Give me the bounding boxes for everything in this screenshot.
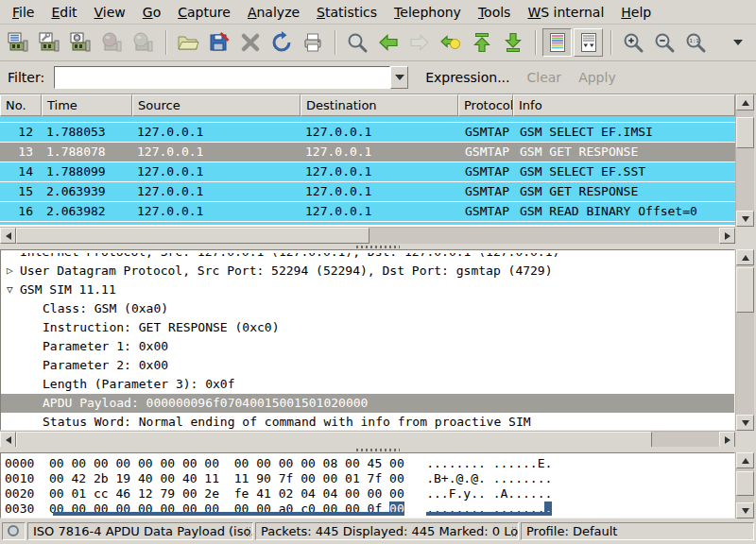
filter-input[interactable]	[54, 66, 390, 89]
reload-button[interactable]	[266, 28, 296, 57]
packet-row-11[interactable]: 111.788051127.0.0.1127.0.0.1GSMTAPGSM GE…	[0, 116, 735, 122]
go-back-button[interactable]	[373, 28, 403, 57]
scroll-thumb[interactable]	[736, 267, 754, 313]
ascii-char: .	[523, 486, 530, 501]
clear-button[interactable]: Clear	[527, 70, 562, 85]
expander-open-icon[interactable]: ▽	[5, 280, 20, 299]
scroll-down-button[interactable]	[736, 211, 754, 227]
packet-row-15[interactable]: 152.063939127.0.0.1127.0.0.1GSMTAPGSM GE…	[0, 182, 735, 201]
zoom-100-button[interactable]: 1:1	[680, 28, 710, 57]
scroll-track[interactable]	[16, 432, 719, 448]
column-header-time[interactable]: Time	[42, 94, 132, 116]
column-header-source[interactable]: Source	[132, 94, 301, 116]
detail-line[interactable]: Instruction: GET RESPONSE (0xc0)	[1, 318, 734, 337]
menu-edit[interactable]: Edit	[43, 2, 85, 23]
packet-row-12[interactable]: 121.788053127.0.0.1127.0.0.1GSMTAPGSM SE…	[0, 123, 735, 142]
zoom-out-button[interactable]	[649, 28, 679, 57]
profile-box[interactable]: Profile: Default	[521, 522, 754, 540]
menu-tools[interactable]: Tools	[470, 2, 520, 23]
hex-byte: 00	[323, 471, 338, 485]
find-packet-button[interactable]	[342, 28, 371, 57]
expander-closed-icon[interactable]: ▷	[5, 262, 20, 280]
close-file-button[interactable]	[235, 28, 265, 57]
apply-button[interactable]: Apply	[578, 70, 616, 85]
scroll-thumb[interactable]	[16, 228, 369, 244]
resize-grip[interactable]	[246, 526, 251, 538]
go-bottom-button[interactable]	[498, 28, 527, 57]
capture-start-button[interactable]	[66, 28, 95, 57]
cell-source: 127.0.0.1	[132, 202, 301, 221]
capture-stop-button[interactable]	[97, 28, 127, 57]
scroll-left-button[interactable]	[0, 432, 16, 448]
packet-row-16[interactable]: 162.063982127.0.0.1127.0.0.1GSMTAPGSM RE…	[0, 202, 735, 221]
autoscroll-button[interactable]	[574, 28, 603, 57]
scroll-up-button[interactable]	[736, 249, 754, 265]
menu-capture[interactable]: Capture	[169, 2, 239, 23]
detail-line[interactable]: Internet Protocol, Src: 127.0.0.1 (127.0…	[1, 253, 734, 262]
menu-telephony[interactable]: Telephony	[386, 2, 470, 23]
packet-row-14[interactable]: 141.788099127.0.0.1127.0.0.1GSMTAPGSM SE…	[0, 162, 735, 181]
expert-info-button[interactable]	[2, 522, 26, 540]
column-header-destination[interactable]: Destination	[301, 94, 458, 116]
go-forward-button[interactable]	[404, 28, 434, 57]
open-file-button[interactable]	[173, 28, 202, 57]
cell-info: GSM GET RESPONSE	[513, 143, 735, 162]
hex-byte: 00	[234, 456, 249, 470]
menu-view[interactable]: View	[86, 2, 134, 23]
detail-line[interactable]: ▷User Datagram Protocol, Src Port: 52294…	[1, 262, 734, 280]
wireshark-window: FileEditViewGoCaptureAnalyzeStatisticsTe…	[0, 0, 756, 544]
resize-grip[interactable]	[511, 526, 517, 538]
print-button[interactable]	[298, 28, 327, 57]
menu-file[interactable]: File	[4, 2, 43, 23]
zoom-in-button[interactable]	[618, 28, 647, 57]
scroll-track[interactable]	[736, 265, 754, 415]
scroll-up-button[interactable]	[736, 94, 754, 110]
hex-byte: 00	[345, 486, 360, 501]
hex-line-0010[interactable]: 0010 00 42 2b 19 40 00 40 11 11 90 7f 00…	[5, 471, 734, 486]
menu-statistics[interactable]: Statistics	[308, 2, 386, 23]
detail-line[interactable]: Class: GSM (0xa0)	[1, 299, 734, 318]
scroll-thumb[interactable]	[736, 117, 754, 148]
list-interfaces-button[interactable]	[4, 28, 33, 57]
hex-line-0000[interactable]: 0000 00 00 00 00 00 00 00 00 00 00 00 00…	[5, 456, 734, 471]
detail-line[interactable]: Parameter 1: 0x00	[1, 337, 734, 356]
menu-help[interactable]: Help	[612, 2, 660, 23]
go-forward-icon	[408, 31, 431, 54]
column-header-no[interactable]: No.	[0, 94, 42, 116]
column-header-protocol[interactable]: Protocol	[458, 94, 513, 116]
detail-line[interactable]: APDU Payload: 000000096f0704001500150102…	[1, 394, 734, 413]
scroll-up-button[interactable]	[736, 452, 754, 468]
hex-line-0020[interactable]: 0020 00 01 cc 46 12 79 00 2e fe 41 02 04…	[5, 486, 734, 502]
scroll-track[interactable]	[16, 228, 719, 244]
menu-analyze[interactable]: Analyze	[239, 2, 308, 23]
hex-byte: 2b	[94, 471, 109, 485]
goto-packet-button[interactable]	[436, 28, 465, 57]
scroll-left-button[interactable]	[0, 228, 16, 244]
detail-line[interactable]: Parameter 2: 0x00	[1, 356, 734, 375]
save-file-button[interactable]	[204, 28, 233, 57]
detail-line[interactable]: Length (Parameter 3): 0x0f	[1, 375, 734, 394]
filter-dropdown-button[interactable]	[390, 66, 408, 89]
menu-go[interactable]: Go	[134, 2, 169, 23]
scroll-down-button[interactable]	[736, 415, 754, 431]
capture-options-button[interactable]	[35, 28, 64, 57]
hex-byte: 00	[160, 471, 175, 485]
scroll-right-button[interactable]	[719, 228, 735, 244]
colorize-button[interactable]	[542, 28, 572, 57]
scroll-right-button[interactable]	[719, 432, 735, 448]
column-header-info[interactable]: Info	[513, 94, 735, 116]
toolbar-overflow-button[interactable]	[730, 34, 747, 51]
detail-line[interactable]: ▽GSM SIM 11.11	[1, 280, 734, 299]
scroll-down-button[interactable]	[736, 502, 754, 518]
scroll-thumb[interactable]	[16, 432, 652, 448]
scroll-track[interactable]	[736, 110, 754, 211]
detail-text: Instruction: GET RESPONSE (0xc0)	[43, 318, 279, 337]
menu-ws-internal[interactable]: WS internal	[519, 2, 612, 23]
detail-line[interactable]: Status Word: Normal ending of command wi…	[1, 413, 734, 431]
capture-restart-button[interactable]	[129, 28, 158, 57]
go-top-button[interactable]	[467, 28, 496, 57]
scroll-track[interactable]	[736, 468, 754, 502]
scroll-thumb[interactable]	[736, 471, 754, 496]
expression-button[interactable]: Expression...	[425, 70, 509, 85]
packet-row-13[interactable]: 131.788078127.0.0.1127.0.0.1GSMTAPGSM GE…	[0, 143, 735, 162]
